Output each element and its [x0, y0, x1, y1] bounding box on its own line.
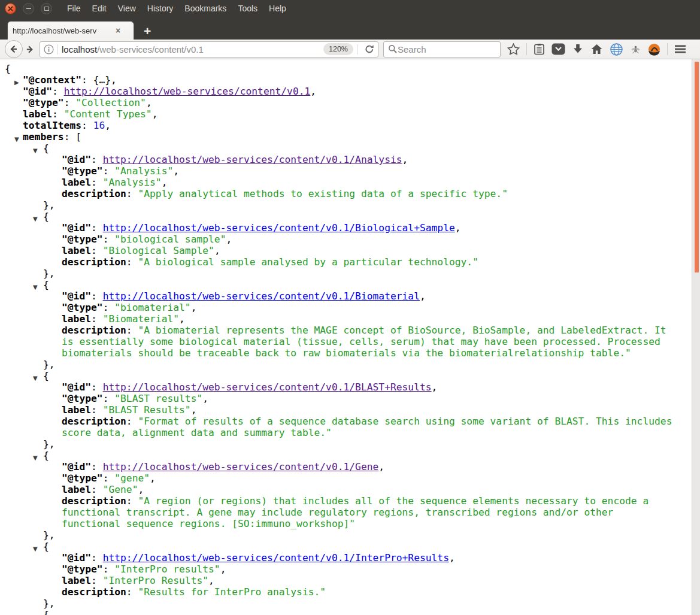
url-text[interactable]: localhost/web-services/content/v0.1	[62, 44, 323, 54]
tab-close-icon[interactable]: ×	[116, 26, 120, 35]
json-number: 16	[93, 120, 105, 131]
collapse-triangle-icon[interactable]: ▼	[33, 372, 38, 384]
json-string: "Format of results of a sequence databas…	[62, 416, 678, 438]
json-line-id: "@id": http://localhost/web-services/con…	[62, 154, 677, 165]
json-string: "gene"	[114, 472, 150, 484]
json-line: },	[43, 598, 677, 609]
json-link[interactable]: http://localhost/web-services/content/v0…	[103, 381, 432, 393]
json-line: },	[43, 199, 677, 211]
pocket-button[interactable]	[551, 43, 565, 55]
scrollbar-track[interactable]	[692, 59, 700, 615]
json-link[interactable]: http://localhost/web-services/content/v0…	[103, 222, 455, 234]
json-string: "InterPro Results"	[103, 575, 208, 586]
json-line-id: "@id": http://localhost/web-services/con…	[62, 222, 677, 234]
json-line-type: "@type": "gene",	[62, 472, 677, 484]
json-string: "Apply analytical methods to existing da…	[138, 188, 508, 199]
forward-button[interactable]	[22, 42, 37, 56]
json-line-description: description: "Format of results of a seq…	[62, 416, 677, 438]
json-line-members: ▼members: [	[23, 131, 677, 143]
menu-hamburger-button[interactable]	[674, 44, 686, 54]
menu-tools[interactable]: Tools	[238, 4, 257, 13]
json-line: ▼{	[43, 541, 677, 552]
collapse-triangle-icon[interactable]: ▼	[33, 213, 38, 225]
home-button[interactable]	[590, 43, 603, 55]
json-line-id: "@id": http://localhost/web-services/con…	[23, 86, 677, 97]
tab-bar: http://localhost/web-serv × +	[0, 17, 700, 40]
navigation-toolbar: localhost/web-services/content/v0.1 120%	[0, 40, 700, 59]
menu-help[interactable]: Help	[269, 4, 286, 13]
hamburger-icon	[674, 44, 686, 54]
reload-button[interactable]	[365, 44, 374, 54]
page-info-icon[interactable]	[44, 44, 54, 54]
collapse-triangle-icon[interactable]: ▶	[14, 77, 19, 88]
collapse-triangle-icon[interactable]: ▼	[14, 134, 19, 145]
zoom-level-badge[interactable]: 120%	[323, 43, 353, 55]
collapsed-object[interactable]: {…}	[93, 74, 111, 86]
window-minimize-button[interactable]	[23, 3, 34, 14]
menu-file[interactable]: File	[67, 4, 81, 13]
json-key: totalItems	[23, 120, 81, 131]
json-line: },	[43, 529, 677, 541]
json-string: "Content Types"	[64, 108, 152, 120]
window-close-button[interactable]	[5, 3, 16, 14]
urlbar-separator	[57, 44, 58, 54]
star-icon	[507, 43, 520, 55]
addon-button[interactable]	[648, 43, 660, 56]
json-viewer: { ▶"@context": {…}, "@id": http://localh…	[0, 59, 677, 615]
json-key: "@type"	[23, 97, 64, 108]
tab-title: http://localhost/web-serv	[13, 26, 116, 35]
window-maximize-button[interactable]	[41, 3, 52, 14]
back-button[interactable]	[5, 40, 23, 58]
new-tab-button[interactable]: +	[144, 25, 151, 37]
json-key: members	[23, 131, 64, 143]
json-link[interactable]: http://localhost/web-services/content/v0…	[103, 290, 420, 302]
collapse-triangle-icon[interactable]: ▼	[33, 452, 38, 463]
json-link[interactable]: http://localhost/web-services/content/v0…	[103, 154, 402, 165]
json-line: {	[5, 63, 677, 74]
json-line-type: "@type": "InterPro results",	[62, 564, 677, 575]
json-line-label: label: "Biological Sample",	[62, 245, 677, 256]
bookmark-star-button[interactable]	[507, 43, 520, 55]
fly-extension-button[interactable]	[630, 44, 641, 54]
json-line-label: label: "InterPro Results",	[62, 575, 677, 586]
json-line-description: description: "A biological sample analys…	[62, 256, 677, 268]
json-link[interactable]: http://localhost/web-services/content/v0…	[64, 86, 311, 97]
json-link[interactable]: http://localhost/web-services/content/v0…	[103, 461, 379, 472]
collapse-triangle-icon[interactable]: ▼	[33, 281, 38, 293]
json-line-label: label: "Content Types",	[23, 108, 677, 120]
menu-edit[interactable]: Edit	[92, 4, 107, 13]
json-line-type: "@type": "biomaterial",	[62, 302, 677, 313]
collapse-triangle-icon[interactable]: ▼	[33, 611, 38, 615]
json-string: "Analysis"	[103, 177, 162, 188]
json-line: ▼{	[43, 143, 677, 154]
menu-view[interactable]: View	[118, 4, 136, 13]
json-string: "BLAST Results"	[103, 404, 191, 416]
toolbar-separator	[526, 43, 527, 55]
json-string: "InterPro results"	[114, 564, 220, 575]
home-icon	[590, 43, 603, 55]
forward-arrow-icon	[25, 45, 34, 54]
browser-tab[interactable]: http://localhost/web-serv ×	[7, 21, 134, 40]
search-input[interactable]	[398, 44, 487, 54]
collapse-triangle-icon[interactable]: ▼	[33, 145, 38, 156]
maximize-icon	[44, 7, 49, 11]
reload-icon	[365, 44, 374, 54]
json-line: },	[43, 268, 677, 279]
bookmarks-menu-button[interactable]	[534, 43, 545, 55]
json-line-id: "@id": http://localhost/web-services/con…	[62, 461, 677, 472]
json-line: ▼{	[43, 279, 677, 290]
url-bar[interactable]: localhost/web-services/content/v0.1 120%	[40, 41, 378, 57]
json-string: "A region (or regions) that includes all…	[62, 495, 654, 529]
globe-extension-button[interactable]	[610, 43, 623, 56]
json-line: ▼{	[43, 370, 677, 381]
menu-history[interactable]: History	[147, 4, 174, 13]
json-link[interactable]: http://localhost/web-services/content/v0…	[103, 552, 449, 564]
downloads-button[interactable]	[572, 43, 584, 55]
search-bar[interactable]	[383, 41, 501, 57]
json-line-id: "@id": http://localhost/web-services/con…	[62, 290, 677, 302]
json-string: "BLAST results"	[114, 393, 202, 404]
menu-bookmarks[interactable]: Bookmarks	[184, 4, 226, 13]
fly-icon	[630, 44, 641, 54]
collapse-triangle-icon[interactable]: ▼	[33, 543, 38, 555]
scrollbar-thumb[interactable]	[695, 62, 699, 272]
